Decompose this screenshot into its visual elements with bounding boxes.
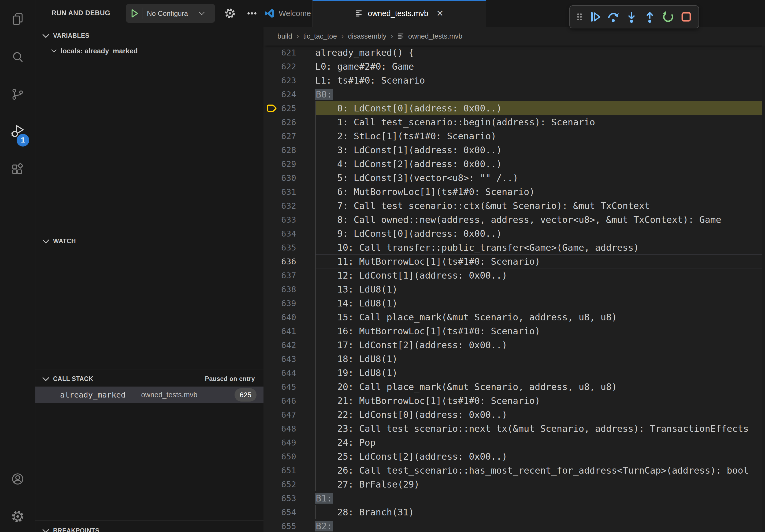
breakpoint-gutter[interactable]: 651 xyxy=(264,463,315,477)
restart-button[interactable] xyxy=(659,8,677,26)
overview-ruler[interactable] xyxy=(762,46,765,532)
breakpoint-gutter[interactable]: 648 xyxy=(264,421,315,435)
toolbar-drag-handle[interactable] xyxy=(573,8,586,26)
breakpoint-gutter[interactable]: 641 xyxy=(264,324,315,338)
breakpoint-gutter[interactable]: 621 xyxy=(264,46,315,60)
debug-settings-icon[interactable] xyxy=(221,4,239,23)
tab-owned-tests[interactable]: owned_tests.mvb ✕ xyxy=(313,0,486,27)
code-line[interactable]: 621 already_marked() { xyxy=(264,46,765,60)
breakpoint-gutter[interactable]: 638 xyxy=(264,282,315,296)
code-line[interactable]: 633 8: Call owned::new(address, address,… xyxy=(264,213,765,227)
code-line[interactable]: 653 B1: xyxy=(264,491,765,505)
code-line[interactable]: 655 B2: xyxy=(264,519,765,532)
breakpoint-gutter[interactable]: 643 xyxy=(264,352,315,366)
code-line[interactable]: 623 L1: ts#1#0: Scenario xyxy=(264,73,765,87)
code-line[interactable]: 634 9: LdConst[0](address: 0x00..) xyxy=(264,227,765,241)
breakpoint-gutter[interactable]: 632 xyxy=(264,199,315,213)
breakpoint-gutter[interactable]: 627 xyxy=(264,129,315,143)
breakpoint-gutter[interactable]: 655 xyxy=(264,519,315,532)
code-line[interactable]: 643 18: LdU8(1) xyxy=(264,352,765,366)
breakpoint-gutter[interactable]: 635 xyxy=(264,241,315,254)
code-line[interactable]: 636 11: MutBorrowLoc[1](ts#1#0: Scenario… xyxy=(264,254,765,268)
code-line[interactable]: 639 14: LdU8(1) xyxy=(264,296,765,310)
breakpoint-gutter[interactable]: 636 xyxy=(264,254,315,268)
code-line[interactable]: 628 3: LdConst[1](address: 0x00..) xyxy=(264,143,765,157)
watch-header[interactable]: WATCH xyxy=(35,233,264,249)
breakpoint-gutter[interactable]: 653 xyxy=(264,491,315,505)
breakpoint-gutter[interactable]: 654 xyxy=(264,505,315,519)
breadcrumb-item[interactable]: tic_tac_toe xyxy=(303,32,337,40)
breakpoint-gutter[interactable]: 629 xyxy=(264,157,315,171)
breakpoint-gutter[interactable]: 650 xyxy=(264,449,315,463)
breakpoint-gutter[interactable]: 624 xyxy=(264,87,315,101)
continue-button[interactable] xyxy=(586,8,604,26)
extensions-icon[interactable] xyxy=(0,153,35,185)
account-icon[interactable] xyxy=(0,463,35,495)
code-line[interactable]: 646 21: MutBorrowLoc[1](ts#1#0: Scenario… xyxy=(264,394,765,408)
config-dropdown-value[interactable]: No Configura xyxy=(147,9,200,18)
code-line[interactable]: 632 7: Call test_scenario::ctx(&mut Scen… xyxy=(264,199,765,213)
settings-gear-icon[interactable] xyxy=(0,500,35,532)
breadcrumb-item[interactable]: disassembly xyxy=(348,32,386,40)
code-line[interactable]: 640 15: Call place_mark(&mut Scenario, a… xyxy=(264,310,765,324)
code-line[interactable]: 652 27: BrFalse(29) xyxy=(264,477,765,491)
code-line[interactable]: 631 6: MutBorrowLoc[1](ts#1#0: Scenario) xyxy=(264,185,765,199)
stack-frame-row[interactable]: already_marked owned_tests.mvb 625 xyxy=(35,387,264,403)
breakpoint-gutter[interactable]: 630 xyxy=(264,171,315,185)
stop-button[interactable] xyxy=(677,8,695,26)
code-line[interactable]: 625 0: LdConst[0](address: 0x00..) xyxy=(264,101,765,115)
code-line[interactable]: 647 22: LdConst[0](address: 0x00..) xyxy=(264,408,765,421)
call-stack-header[interactable]: CALL STACK Paused on entry xyxy=(35,371,264,387)
code-line[interactable]: 624 B0: xyxy=(264,87,765,101)
breakpoint-gutter[interactable]: 645 xyxy=(264,380,315,394)
code-line[interactable]: 627 2: StLoc[1](ts#1#0: Scenario) xyxy=(264,129,765,143)
more-actions-icon[interactable] xyxy=(243,4,261,23)
breakpoint-gutter[interactable]: 626 xyxy=(264,115,315,129)
debug-config-selector[interactable]: No Configura xyxy=(126,4,215,23)
step-over-button[interactable] xyxy=(604,8,622,26)
breakpoints-header[interactable]: BREAKPOINTS xyxy=(35,523,264,532)
code-line[interactable]: 644 19: LdU8(1) xyxy=(264,366,765,380)
breakpoint-gutter[interactable]: 639 xyxy=(264,296,315,310)
breakpoint-gutter[interactable]: 637 xyxy=(264,268,315,282)
code-line[interactable]: 654 28: Branch(31) xyxy=(264,505,765,519)
close-tab-icon[interactable]: ✕ xyxy=(436,9,443,18)
explorer-icon[interactable] xyxy=(0,3,35,35)
code-line[interactable]: 635 10: Call transfer::public_transfer<G… xyxy=(264,241,765,254)
code-line[interactable]: 645 20: Call place_mark(&mut Scenario, a… xyxy=(264,380,765,394)
code-line[interactable]: 630 5: LdConst[3](vector<u8>: "" /..) xyxy=(264,171,765,185)
breakpoint-gutter[interactable]: 646 xyxy=(264,394,315,408)
search-icon[interactable] xyxy=(0,41,35,73)
tab-welcome[interactable]: Welcome xyxy=(264,0,313,27)
code-line[interactable]: 629 4: LdConst[2](address: 0x00..) xyxy=(264,157,765,171)
code-line[interactable]: 626 1: Call test_scenario::begin(address… xyxy=(264,115,765,129)
breakpoint-gutter[interactable]: 631 xyxy=(264,185,315,199)
code-line[interactable]: 649 24: Pop xyxy=(264,435,765,449)
breadcrumb-file[interactable]: owned_tests.mvb xyxy=(397,32,462,40)
breakpoint-gutter[interactable]: 644 xyxy=(264,366,315,380)
code-line[interactable]: 622 L0: game#2#0: Game xyxy=(264,60,765,73)
start-debug-icon[interactable] xyxy=(126,8,143,19)
breakpoint-gutter[interactable]: 634 xyxy=(264,227,315,241)
breadcrumb-item[interactable]: build xyxy=(278,32,292,40)
breakpoint-gutter[interactable]: 622 xyxy=(264,60,315,73)
code-line[interactable]: 637 12: LdConst[1](address: 0x00..) xyxy=(264,268,765,282)
code-line[interactable]: 641 16: MutBorrowLoc[1](ts#1#0: Scenario… xyxy=(264,324,765,338)
source-control-icon[interactable] xyxy=(0,78,35,111)
code-line[interactable]: 648 23: Call test_scenario::next_tx(&mut… xyxy=(264,421,765,435)
breakpoint-gutter[interactable]: 625 xyxy=(264,101,315,115)
step-into-button[interactable] xyxy=(622,8,641,26)
code-line[interactable]: 642 17: LdConst[2](address: 0x00..) xyxy=(264,338,765,352)
variables-scope-row[interactable]: locals: already_marked xyxy=(35,43,264,58)
code-line[interactable]: 638 13: LdU8(1) xyxy=(264,282,765,296)
breakpoint-gutter[interactable]: 652 xyxy=(264,477,315,491)
breakpoint-gutter[interactable]: 623 xyxy=(264,73,315,87)
code-line[interactable]: 650 25: LdConst[2](address: 0x00..) xyxy=(264,449,765,463)
step-out-button[interactable] xyxy=(641,8,659,26)
breakpoint-gutter[interactable]: 633 xyxy=(264,213,315,227)
code-line[interactable]: 651 26: Call test_scenario::has_most_rec… xyxy=(264,463,765,477)
variables-header[interactable]: VARIABLES xyxy=(35,28,264,43)
breakpoint-gutter[interactable]: 649 xyxy=(264,435,315,449)
breakpoint-gutter[interactable]: 640 xyxy=(264,310,315,324)
breakpoint-gutter[interactable]: 647 xyxy=(264,408,315,421)
